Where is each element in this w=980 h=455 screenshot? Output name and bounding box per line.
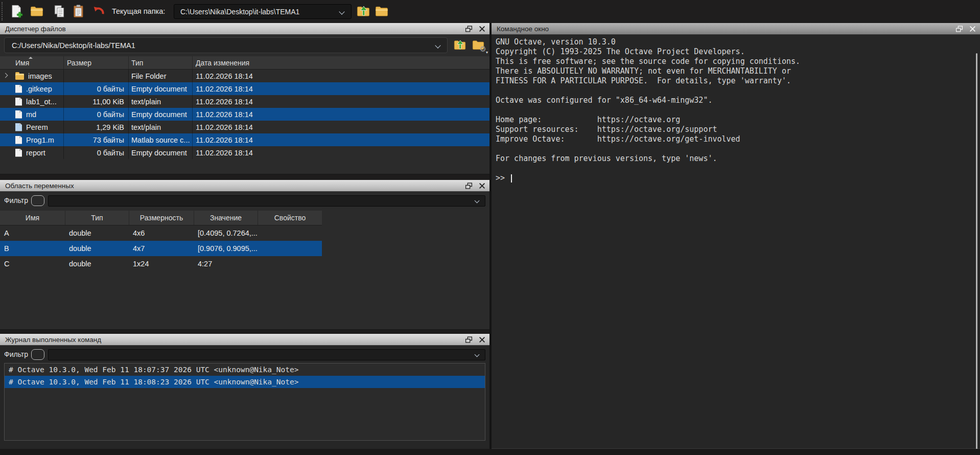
filter-checkbox[interactable] — [31, 195, 44, 206]
command-history-titlebar[interactable]: Журнал выполненных команд — [0, 334, 489, 346]
file-type: text/plain — [129, 95, 193, 108]
undock-icon[interactable] — [465, 183, 473, 190]
undock-icon[interactable] — [955, 26, 963, 33]
history-entry[interactable]: # Octave 10.3.0, Wed Feb 11 18:08:23 202… — [5, 376, 485, 388]
column-header-dimension[interactable]: Размерность — [129, 211, 194, 225]
panel-title-text: Диспетчер файлов — [5, 25, 66, 33]
variable-dimension: 4x7 — [129, 241, 194, 256]
undock-icon[interactable] — [465, 336, 473, 344]
table-row[interactable]: images File Folder 11.02.2026 18:14 — [0, 70, 489, 82]
current-folder-combobox[interactable]: C:\Users\Nika\Desktop\it-labs\TEMA1 — [174, 4, 352, 19]
table-row[interactable]: B double 4x7 [0.9076, 0.9095,... — [0, 241, 322, 256]
column-header-type[interactable]: Тип — [129, 56, 193, 69]
expand-chevron-icon[interactable] — [3, 73, 8, 78]
file-date: 11.02.2026 18:14 — [193, 121, 489, 133]
folder-up-icon — [453, 38, 466, 52]
file-icon — [15, 110, 22, 119]
column-header-name[interactable]: Имя — [0, 56, 64, 69]
table-row[interactable]: .gitkeep 0 байты Empty document 11.02.20… — [0, 82, 489, 95]
new-script-button[interactable] — [8, 4, 25, 19]
variable-value: [0.9076, 0.9095,... — [194, 241, 258, 256]
workspace-titlebar[interactable]: Область переменных — [0, 180, 489, 192]
file-name: Prog1.m — [26, 136, 54, 144]
variable-name: C — [0, 256, 65, 271]
file-manager-panel: Диспетчер файлов C:/Users/Nika/Desktop/i… — [0, 23, 489, 174]
close-icon[interactable] — [479, 183, 486, 190]
panel-splitter[interactable] — [489, 23, 492, 455]
main-toolbar: Текущая папка: C:\Users\Nika\Desktop\it-… — [0, 0, 980, 22]
column-header-class[interactable]: Тип — [65, 211, 129, 225]
close-icon[interactable] — [969, 26, 977, 33]
table-row[interactable]: report 0 байты Empty document 11.02.2026… — [0, 146, 489, 159]
paste-button[interactable] — [71, 4, 87, 19]
file-date: 11.02.2026 18:14 — [193, 108, 489, 121]
chevron-down-icon — [339, 9, 344, 14]
chevron-down-icon — [475, 198, 480, 203]
file-icon — [15, 136, 22, 144]
file-type: File Folder — [129, 70, 193, 82]
file-table: images File Folder 11.02.2026 18:14 .git… — [0, 70, 489, 159]
column-header-name[interactable]: Имя — [0, 211, 65, 225]
file-type: Empty document — [129, 108, 193, 121]
open-file-button[interactable] — [29, 4, 45, 19]
variable-attribute — [258, 241, 322, 256]
copy-icon — [52, 4, 66, 18]
command-window-scrollbar[interactable] — [976, 53, 977, 455]
file-browser-path-combobox[interactable]: C:/Users/Nika/Desktop/it-labs/TEMA1 — [4, 37, 448, 53]
filter-combobox[interactable] — [48, 349, 485, 360]
column-header-date[interactable]: Дата изменения — [193, 56, 489, 69]
table-row[interactable]: Prog1.m 73 байты Matlab source c... 11.0… — [0, 133, 489, 146]
file-manager-titlebar[interactable]: Диспетчер файлов — [0, 23, 489, 35]
column-header-size[interactable]: Размер — [64, 56, 129, 69]
panel-title-text: Командное окно — [497, 25, 549, 33]
variable-class: double — [65, 241, 129, 256]
terminal-banner-text: GNU Octave, version 10.3.0 Copyright (C)… — [496, 37, 800, 164]
table-row[interactable]: A double 4x6 [0.4095, 0.7264,... — [0, 225, 322, 241]
history-entry-text: # Octave 10.3.0, Wed Feb 11 18:07:37 202… — [9, 366, 298, 374]
variables-table: A double 4x6 [0.4095, 0.7264,... B doubl… — [0, 225, 322, 271]
column-header-attribute[interactable]: Свойство — [258, 211, 322, 225]
folder-icon — [15, 74, 24, 80]
folder-up-icon — [356, 4, 370, 18]
file-size: 0 байты — [64, 82, 129, 95]
file-date: 11.02.2026 18:14 — [193, 95, 489, 108]
open-folder-icon — [30, 4, 44, 18]
table-row[interactable]: C double 1x24 4:27 — [0, 256, 322, 271]
table-row[interactable]: md 0 байты Empty document 11.02.2026 18:… — [0, 108, 489, 121]
close-icon[interactable] — [479, 26, 486, 33]
filter-checkbox[interactable] — [31, 349, 44, 360]
file-date: 11.02.2026 18:14 — [193, 146, 489, 159]
folder-up-button[interactable] — [355, 4, 371, 19]
command-window-titlebar[interactable]: Командное окно — [492, 23, 980, 35]
table-row[interactable]: Perem 1,29 KiB text/plain 11.02.2026 18:… — [0, 121, 489, 133]
file-size: 0 байты — [64, 146, 129, 159]
variable-value: 4:27 — [194, 256, 258, 271]
file-size: 1,29 KiB — [64, 121, 129, 133]
browse-directories-button[interactable] — [374, 4, 390, 19]
browser-actions-button[interactable]: ⚙ ▾ — [470, 37, 486, 53]
file-date: 11.02.2026 18:14 — [193, 70, 489, 82]
file-type: Empty document — [129, 82, 193, 95]
variable-attribute — [258, 225, 322, 241]
file-date: 11.02.2026 18:14 — [193, 133, 489, 146]
table-row[interactable]: lab1_ot... 11,00 KiB text/plain 11.02.20… — [0, 95, 489, 108]
terminal-prompt: >> — [496, 173, 509, 183]
toolbar-drag-handle[interactable] — [2, 2, 3, 20]
sort-ascending-icon — [29, 57, 33, 59]
current-folder-path: C:\Users\Nika\Desktop\it-labs\TEMA1 — [180, 8, 299, 16]
undo-button[interactable] — [91, 4, 107, 19]
history-entry[interactable]: # Octave 10.3.0, Wed Feb 11 18:07:37 202… — [5, 363, 485, 376]
file-table-header: Имя Размер Тип Дата изменения — [0, 56, 489, 70]
terminal-area[interactable]: GNU Octave, version 10.3.0 Copyright (C)… — [492, 35, 980, 449]
copy-button[interactable] — [51, 4, 67, 19]
close-icon[interactable] — [479, 336, 486, 344]
column-header-value[interactable]: Значение — [194, 211, 258, 225]
command-window-panel: Командное окно GNU Octave, version 10.3.… — [492, 23, 980, 449]
variable-dimension: 4x6 — [129, 225, 194, 241]
file-name: report — [26, 149, 45, 157]
browser-up-button[interactable] — [452, 37, 468, 53]
filter-combobox[interactable] — [48, 195, 485, 207]
undock-icon[interactable] — [465, 26, 473, 33]
file-type: Empty document — [129, 146, 193, 159]
file-type: text/plain — [129, 121, 193, 133]
